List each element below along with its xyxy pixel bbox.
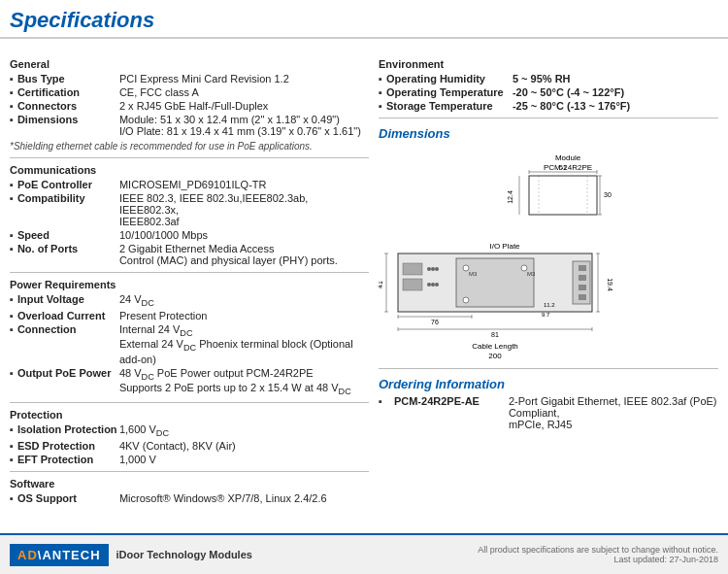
spec-row-esd: ▪ ESD Protection 4KV (Contact), 8KV (Air…	[10, 440, 369, 452]
svg-text:I/O Plate: I/O Plate	[489, 242, 520, 251]
label-storage-temp: Storage Temperature	[386, 100, 513, 112]
environment-title: Environment	[379, 58, 718, 70]
bullet: ▪	[10, 492, 14, 504]
page-title: Specifications	[0, 0, 728, 39]
label-op-temp: Operating Temperature	[386, 86, 513, 98]
ordering-part-desc: 2-Port Gigabit Ethernet, IEEE 802.3af (P…	[509, 395, 718, 430]
general-specs: ▪ Bus Type PCI Express Mini Card Revisio…	[10, 73, 369, 137]
label-ports: No. of Ports	[17, 243, 119, 254]
footer-note: All product specifications are subject t…	[478, 545, 718, 555]
spec-row-eft: ▪ EFT Protection 1,000 V	[10, 454, 369, 465]
bullet: ▪	[10, 323, 14, 335]
svg-text:12.4: 12.4	[507, 190, 513, 204]
value-eft: 1,000 V	[119, 454, 369, 465]
value-compatibility: IEEE 802.3, IEEE 802.3u,IEEE802.3ab, IEE…	[119, 192, 369, 227]
ordering-title: Ordering Information	[379, 377, 718, 391]
svg-rect-30	[579, 265, 586, 271]
svg-text:11.2: 11.2	[544, 302, 555, 308]
bullet: ▪	[10, 293, 14, 305]
bullet: ▪	[10, 73, 14, 84]
svg-rect-31	[579, 275, 586, 281]
label-output-poe: Output PoE Power	[17, 367, 119, 379]
power-title: Power Requirements	[10, 279, 369, 290]
svg-text:30: 30	[604, 191, 612, 198]
software-title: Software	[10, 478, 369, 490]
svg-point-23	[431, 283, 435, 287]
spec-row-connection: ▪ Connection Internal 24 VDCExternal 24 …	[10, 323, 369, 364]
value-storage-temp: -25 ~ 80°C (-13 ~ 176°F)	[513, 100, 718, 112]
spec-row-certification: ▪ Certification CE, FCC class A	[10, 86, 369, 98]
spec-row-dimensions: ▪ Dimensions Module: 51 x 30 x 12.4 mm (…	[10, 114, 369, 137]
value-connectors: 2 x RJ45 GbE Half-/Full-Duplex	[119, 100, 369, 112]
svg-point-20	[427, 267, 431, 271]
spec-row-output-poe: ▪ Output PoE Power 48 VDC PoE Power outp…	[10, 367, 369, 396]
value-humidity: 5 ~ 95% RH	[513, 73, 718, 84]
svg-rect-2	[529, 176, 597, 215]
value-isolation: 1,600 VDC	[119, 423, 369, 438]
label-overload: Overload Current	[17, 310, 119, 321]
svg-text:9.7: 9.7	[542, 312, 550, 318]
communications-specs: ▪ PoE Controller MICROSEMI_PD69101ILQ-TR…	[10, 179, 369, 266]
footer-right: All product specifications are subject t…	[478, 545, 718, 564]
spec-row-speed: ▪ Speed 10/100/1000 Mbps	[10, 229, 369, 241]
protection-specs: ▪ Isolation Protection 1,600 VDC ▪ ESD P…	[10, 423, 369, 465]
logo-vantech: \ANTECH	[38, 548, 101, 562]
label-isolation: Isolation Protection	[17, 423, 119, 435]
svg-text:200: 200	[488, 352, 502, 360]
spec-row-overload: ▪ Overload Current Present Protection	[10, 310, 369, 321]
label-bus-type: Bus Type	[17, 73, 119, 84]
footer: AD\ANTECH iDoor Technology Modules All p…	[0, 533, 728, 574]
label-input-voltage: Input Voltage	[17, 293, 119, 305]
bullet: ▪	[10, 423, 14, 435]
value-os: Microsoft® Windows® XP/7/8, Linux 2.4/2.…	[119, 492, 369, 504]
bullet: ▪	[10, 114, 14, 125]
svg-text:PCM-24R2PE: PCM-24R2PE	[544, 163, 592, 172]
svg-text:19.4: 19.4	[607, 278, 613, 291]
spec-row-os: ▪ OS Support Microsoft® Windows® XP/7/8,…	[10, 492, 369, 504]
svg-text:Cable Length: Cable Length	[472, 342, 518, 351]
footer-logo: AD\ANTECH	[10, 544, 109, 566]
label-esd: ESD Protection	[17, 440, 119, 452]
svg-point-21	[427, 283, 431, 287]
ordering-row: ▪ PCM-24R2PE-AE 2-Port Gigabit Ethernet,…	[379, 395, 718, 430]
footer-date: Last updated: 27-Jun-2018	[478, 555, 718, 564]
ordering-part-number: PCM-24R2PE-AE	[394, 395, 501, 430]
spec-row-isolation: ▪ Isolation Protection 1,600 VDC	[10, 423, 369, 438]
spec-row-input-voltage: ▪ Input Voltage 24 VDC	[10, 293, 369, 308]
bullet: ▪	[379, 86, 382, 98]
label-poe-controller: PoE Controller	[17, 179, 119, 190]
dimensions-title: Dimensions	[379, 126, 718, 141]
power-specs: ▪ Input Voltage 24 VDC ▪ Overload Curren…	[10, 293, 369, 396]
svg-rect-32	[579, 285, 586, 290]
logo-ad: AD	[17, 548, 38, 562]
communications-title: Communications	[10, 164, 369, 176]
label-os: OS Support	[17, 492, 119, 504]
general-title: General	[10, 58, 369, 70]
spec-row-compatibility: ▪ Compatibility IEEE 802.3, IEEE 802.3u,…	[10, 192, 369, 227]
spec-row-connectors: ▪ Connectors 2 x RJ45 GbE Half-/Full-Dup…	[10, 100, 369, 112]
value-certification: CE, FCC class A	[119, 86, 369, 98]
svg-rect-33	[579, 294, 586, 300]
footer-tagline: iDoor Technology Modules	[116, 549, 252, 560]
bullet: ▪	[379, 100, 382, 112]
svg-text:76: 76	[431, 319, 439, 325]
value-dimensions: Module: 51 x 30 x 12.4 mm (2" x 1.18" x …	[119, 114, 369, 137]
label-humidity: Operating Humidity	[386, 73, 513, 84]
spec-row-op-temp: ▪ Operating Temperature -20 ~ 50°C (-4 ~…	[379, 86, 718, 98]
software-specs: ▪ OS Support Microsoft® Windows® XP/7/8,…	[10, 492, 369, 504]
spec-row-storage-temp: ▪ Storage Temperature -25 ~ 80°C (-13 ~ …	[379, 100, 718, 112]
bullet: ▪	[10, 454, 14, 465]
right-column: Environment ▪ Operating Humidity 5 ~ 95%…	[379, 52, 718, 506]
bullet: ▪	[10, 310, 14, 321]
svg-text:41: 41	[379, 281, 383, 288]
value-connection: Internal 24 VDCExternal 24 VDC Phoenix t…	[119, 323, 369, 364]
value-poe-controller: MICROSEMI_PD69101ILQ-TR	[119, 179, 369, 190]
dimensions-diagram: Module PCM-24R2PE 51 30 12.4	[379, 147, 718, 362]
left-column: General ▪ Bus Type PCI Express Mini Card…	[10, 52, 369, 506]
value-esd: 4KV (Contact), 8KV (Air)	[119, 440, 369, 452]
value-bus-type: PCI Express Mini Card Revision 1.2	[119, 73, 369, 84]
bullet: ▪	[10, 86, 14, 98]
label-dimensions: Dimensions	[17, 114, 119, 125]
svg-text:81: 81	[491, 331, 499, 338]
spec-row-humidity: ▪ Operating Humidity 5 ~ 95% RH	[379, 73, 718, 84]
